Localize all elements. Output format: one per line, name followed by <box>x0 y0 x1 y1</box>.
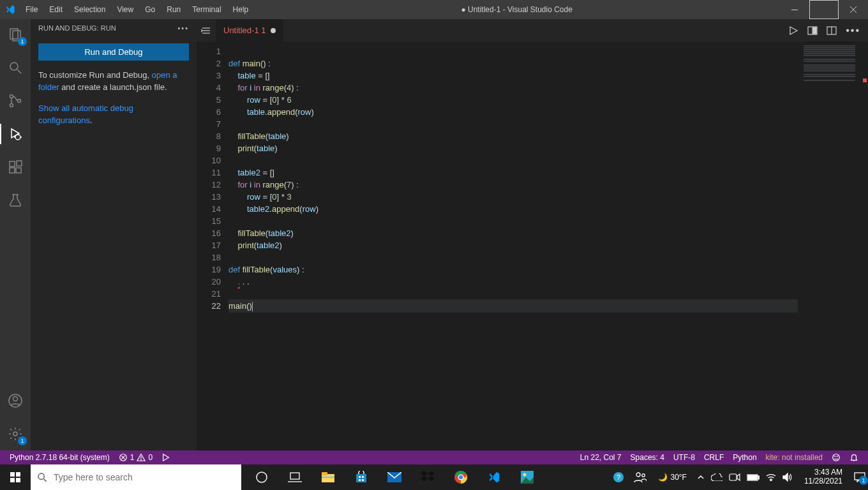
tray-battery-icon[interactable] <box>747 474 760 481</box>
menu-help[interactable]: Help <box>228 0 254 19</box>
svg-point-71 <box>636 473 640 477</box>
svg-rect-15 <box>10 161 15 167</box>
show-configs-link[interactable]: Show all automatic debug configurations <box>38 103 133 125</box>
split-editor-right-icon[interactable] <box>807 26 818 36</box>
svg-point-5 <box>10 63 18 70</box>
editor-more-icon[interactable]: ••• <box>846 25 860 36</box>
activity-explorer-icon[interactable]: 1 <box>0 24 31 45</box>
sidebar-configs-text: Show all automatic debug configurations. <box>38 103 189 127</box>
taskbar-search[interactable] <box>31 464 241 490</box>
taskbar-dropbox-icon[interactable] <box>420 470 435 485</box>
run-and-debug-button[interactable]: Run and Debug <box>38 43 189 61</box>
windows-taskbar: ? 🌙30°F 3:43 AM 11/28/2021 1 <box>0 464 868 490</box>
taskbar-search-input[interactable] <box>54 472 235 482</box>
status-start-debug-icon[interactable] <box>157 450 175 464</box>
menu-selection[interactable]: Selection <box>69 0 110 19</box>
svg-point-7 <box>10 95 13 98</box>
svg-point-78 <box>770 480 772 481</box>
code-editor[interactable]: def main() : table = [] for i in range(4… <box>228 41 798 450</box>
taskbar-mail-icon[interactable] <box>387 470 402 485</box>
taskbar-explorer-icon[interactable] <box>320 470 336 485</box>
svg-marker-37 <box>163 454 169 461</box>
editor-tabs: Untitled-1 1 ••• <box>197 19 868 41</box>
tray-onedrive-icon[interactable] <box>711 473 722 481</box>
status-feedback-icon[interactable] <box>827 450 845 464</box>
sidebar-more-icon[interactable]: ••• <box>177 24 189 32</box>
window-maximize-button[interactable] <box>809 0 839 19</box>
svg-rect-76 <box>758 476 760 479</box>
editor-tab-untitled-1[interactable]: Untitled-1 1 <box>216 19 284 41</box>
tray-meet-now-icon[interactable] <box>729 473 740 481</box>
activity-source-control-icon[interactable] <box>0 91 31 111</box>
svg-marker-59 <box>421 471 428 476</box>
taskbar-photos-icon[interactable] <box>520 470 535 485</box>
status-eol[interactable]: CRLF <box>700 450 728 464</box>
status-language-mode[interactable]: Python <box>728 450 761 464</box>
taskbar-cortana-icon[interactable] <box>254 470 269 485</box>
tray-weather[interactable]: 🌙30°F <box>654 473 690 482</box>
sidebar-run-and-debug: RUN AND DEBUG: RUN ••• Run and Debug To … <box>31 19 197 450</box>
activity-extensions-icon[interactable] <box>0 157 31 177</box>
svg-point-36 <box>141 459 142 460</box>
window-close-button[interactable] <box>839 0 868 19</box>
activity-search-icon[interactable] <box>0 57 31 78</box>
tray-people-icon[interactable] <box>632 470 648 485</box>
status-cursor-position[interactable]: Ln 22, Col 7 <box>576 450 626 464</box>
svg-rect-28 <box>813 27 816 34</box>
status-python-interpreter[interactable]: Python 2.7.18 64-bit (system) <box>5 450 114 464</box>
line-number-gutter[interactable]: 12345678910111213141516171819202122 <box>197 41 228 450</box>
svg-point-8 <box>10 104 13 107</box>
svg-marker-62 <box>428 476 435 481</box>
tab-label: Untitled-1 1 <box>223 26 266 35</box>
tray-help-icon[interactable]: ? <box>611 470 626 485</box>
tray-action-center-icon[interactable]: 1 <box>854 472 865 482</box>
tab-dirty-indicator-icon <box>271 28 276 33</box>
svg-rect-48 <box>290 473 299 479</box>
status-kite[interactable]: kite: not installed <box>761 450 827 464</box>
taskbar-chrome-icon[interactable] <box>453 470 468 485</box>
svg-rect-16 <box>10 168 15 173</box>
activity-settings-icon[interactable]: 1 <box>0 424 31 444</box>
tray-volume-icon[interactable] <box>782 473 793 482</box>
svg-rect-77 <box>748 475 757 480</box>
svg-point-38 <box>833 454 840 461</box>
svg-line-6 <box>17 70 21 73</box>
editor-breadcrumb-icon[interactable] <box>197 19 216 41</box>
activity-run-debug-icon[interactable] <box>0 124 31 144</box>
taskbar-taskview-icon[interactable] <box>287 470 303 485</box>
split-editor-icon[interactable] <box>827 26 837 36</box>
status-notifications-icon[interactable] <box>845 450 863 464</box>
explorer-badge: 1 <box>18 37 27 46</box>
status-indent[interactable]: Spaces: 4 <box>626 450 669 464</box>
activity-accounts-icon[interactable] <box>0 390 31 411</box>
activity-testing-icon[interactable] <box>0 190 31 211</box>
menu-edit[interactable]: Edit <box>44 0 68 19</box>
taskbar-vscode-icon[interactable] <box>486 470 502 485</box>
svg-rect-0 <box>791 10 798 10</box>
svg-point-47 <box>257 472 267 482</box>
svg-point-21 <box>13 432 17 436</box>
menu-run[interactable]: Run <box>161 0 186 19</box>
menu-view[interactable]: View <box>112 0 138 19</box>
sidebar-customize-text: To customize Run and Debug, open a folde… <box>38 70 189 94</box>
tray-wifi-icon[interactable] <box>766 473 776 481</box>
window-minimize-button[interactable] <box>780 0 809 19</box>
menu-terminal[interactable]: Terminal <box>187 0 226 19</box>
menu-file[interactable]: File <box>20 0 43 19</box>
tray-clock[interactable]: 3:43 AM 11/28/2021 <box>799 468 848 486</box>
menu-go[interactable]: Go <box>140 0 160 19</box>
minimap[interactable] <box>798 41 868 450</box>
start-button[interactable] <box>0 464 31 490</box>
status-bar: Python 2.7.18 64-bit (system) 1 0 Ln 22,… <box>0 450 868 464</box>
status-problems[interactable]: 1 0 <box>114 450 157 464</box>
status-encoding[interactable]: UTF-8 <box>669 450 700 464</box>
svg-point-65 <box>459 475 463 479</box>
svg-marker-61 <box>421 476 428 481</box>
svg-point-39 <box>835 456 835 457</box>
svg-line-46 <box>44 479 47 482</box>
svg-point-67 <box>523 473 527 477</box>
tray-chevron-up-icon[interactable] <box>697 473 705 481</box>
taskbar-store-icon[interactable] <box>354 470 369 485</box>
run-file-icon[interactable] <box>788 26 798 36</box>
minimap-error-marker-icon[interactable] <box>863 78 867 82</box>
